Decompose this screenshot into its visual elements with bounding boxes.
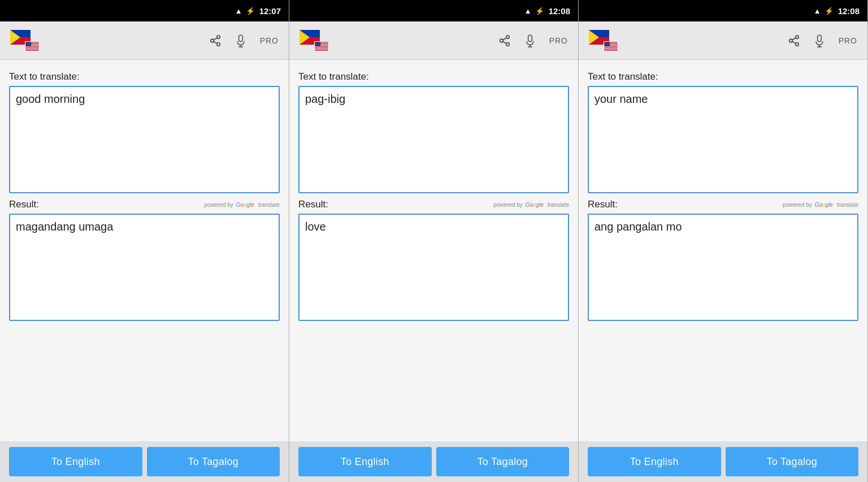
mic-button-2[interactable]: [524, 34, 536, 47]
svg-line-49: [503, 37, 506, 40]
content-1: Text to translate: Result: powered by Go…: [0, 60, 289, 441]
mic-button-1[interactable]: [235, 34, 246, 47]
screen-1: ▲ ⚡ 12:07: [0, 0, 289, 482]
svg-rect-16: [25, 49, 38, 50]
status-bar-1: ▲ ⚡ 12:07: [0, 0, 289, 21]
pro-label-3: PRO: [839, 36, 857, 45]
svg-point-30: [302, 36, 305, 39]
to-english-button-1[interactable]: To English: [9, 447, 142, 476]
svg-rect-67: [604, 49, 617, 49]
translate-label-3: Text to translate:: [588, 71, 858, 82]
input-field-1[interactable]: [9, 86, 280, 193]
result-label-3: Result:: [588, 199, 618, 210]
screen-2: ▲ ⚡ 12:08: [289, 0, 579, 482]
pro-label-1: PRO: [260, 36, 279, 45]
app-bar-icons-3: PRO: [788, 34, 857, 47]
share-button-2[interactable]: [498, 34, 511, 47]
to-tagalog-button-2[interactable]: To Tagalog: [436, 447, 570, 476]
result-box-2: love: [298, 214, 569, 321]
pro-label-2: PRO: [549, 36, 568, 45]
svg-rect-65: [604, 47, 617, 47]
mic-button-3[interactable]: [814, 34, 825, 47]
svg-line-48: [503, 41, 506, 44]
time-1: 12:07: [259, 6, 281, 16]
result-row-2: Result: powered by Google translate: [298, 199, 569, 210]
battery-icon-3: ⚡: [824, 7, 834, 15]
result-row-3: Result: powered by Google translate: [588, 199, 858, 210]
input-field-2[interactable]: [298, 86, 569, 193]
svg-rect-17: [25, 50, 38, 50]
svg-rect-66: [604, 48, 617, 49]
result-label-2: Result:: [298, 199, 328, 210]
app-bar-1: PRO: [0, 21, 289, 60]
to-english-button-3[interactable]: To English: [588, 447, 721, 476]
app-bar-3: PRO: [579, 21, 867, 60]
content-3: Text to translate: Result: powered by Go…: [579, 60, 867, 441]
to-tagalog-button-1[interactable]: To Tagalog: [147, 447, 280, 476]
share-button-3[interactable]: [788, 34, 800, 47]
share-button-1[interactable]: [209, 34, 222, 47]
time-2: 12:08: [549, 6, 570, 16]
svg-line-22: [214, 41, 217, 44]
result-box-3: ang pangalan mo: [588, 214, 858, 321]
svg-rect-70: [604, 42, 610, 46]
button-row-2: To English To Tagalog: [289, 441, 578, 482]
result-label-1: Result:: [9, 199, 39, 210]
svg-rect-43: [315, 50, 328, 50]
svg-rect-76: [817, 35, 821, 42]
svg-rect-24: [238, 35, 242, 42]
app-bar-2: PRO: [289, 21, 578, 60]
svg-rect-13: [25, 47, 38, 47]
button-row-1: To English To Tagalog: [0, 441, 289, 482]
svg-rect-64: [604, 46, 617, 47]
to-english-button-2[interactable]: To English: [298, 447, 432, 476]
svg-rect-42: [315, 49, 328, 50]
result-row-1: Result: powered by Google translate: [9, 199, 280, 210]
signal-icon: ▲: [235, 7, 242, 15]
svg-line-23: [214, 37, 217, 40]
translate-label-1: Text to translate:: [9, 71, 280, 82]
signal-icon-3: ▲: [814, 7, 821, 15]
svg-rect-18: [25, 42, 31, 46]
svg-rect-15: [25, 49, 38, 49]
screen-3: ▲ ⚡ 12:08: [579, 0, 868, 482]
battery-icon-2: ⚡: [535, 7, 544, 15]
flag-icon-3: [589, 30, 618, 51]
powered-by-2: powered by Google translate: [493, 202, 569, 208]
svg-rect-40: [315, 48, 328, 49]
translate-label-2: Text to translate:: [298, 71, 569, 82]
result-box-1: magandang umaga: [9, 214, 280, 321]
flag-icon-1: [10, 30, 40, 51]
status-bar-2: ▲ ⚡ 12:08: [289, 0, 578, 21]
app-bar-icons-2: PRO: [498, 34, 568, 47]
button-row-3: To English To Tagalog: [579, 441, 867, 482]
input-field-3[interactable]: [588, 86, 858, 193]
signal-icon-2: ▲: [524, 7, 532, 15]
svg-rect-41: [315, 49, 328, 49]
svg-rect-50: [528, 35, 532, 42]
svg-rect-39: [315, 47, 328, 47]
svg-line-75: [792, 37, 796, 40]
powered-by-1: powered by Google translate: [204, 202, 280, 208]
svg-line-74: [792, 41, 796, 44]
flag-icon-2: [300, 30, 329, 51]
svg-rect-44: [315, 42, 320, 46]
content-2: Text to translate: Result: powered by Go…: [289, 60, 578, 441]
svg-rect-68: [604, 49, 617, 50]
powered-by-3: powered by Google translate: [783, 202, 858, 208]
app-bar-icons-1: PRO: [209, 34, 279, 47]
svg-rect-69: [604, 50, 617, 50]
svg-rect-14: [25, 48, 38, 49]
to-tagalog-button-3[interactable]: To Tagalog: [726, 447, 859, 476]
time-3: 12:08: [838, 6, 860, 16]
svg-point-56: [591, 36, 594, 39]
svg-rect-38: [315, 46, 328, 47]
svg-rect-12: [25, 46, 38, 47]
battery-icon: ⚡: [246, 7, 255, 15]
status-bar-3: ▲ ⚡ 12:08: [579, 0, 867, 21]
